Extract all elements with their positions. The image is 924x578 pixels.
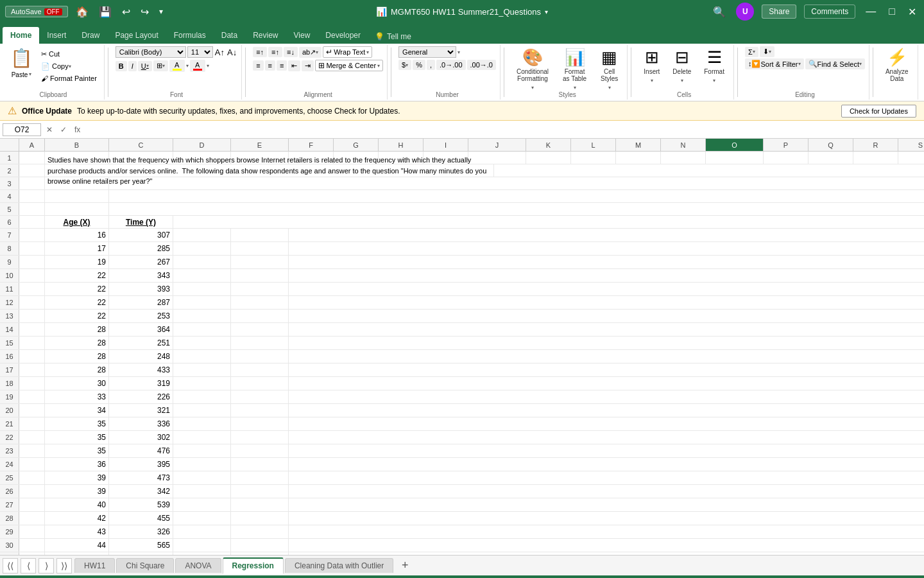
autosum-button[interactable]: Σ▾ (745, 47, 758, 57)
cell-C8[interactable]: 285 (109, 242, 173, 255)
cell-M1[interactable] (616, 152, 661, 164)
cell-C11[interactable]: 393 (109, 283, 173, 295)
col-header-B[interactable]: B (45, 139, 109, 151)
cell-A6[interactable] (19, 216, 45, 229)
cell-B3[interactable] (45, 177, 109, 190)
tab-page-layout[interactable]: Page Layout (107, 27, 166, 44)
cell-D14[interactable] (173, 323, 231, 336)
cell-C16[interactable]: 248 (109, 350, 173, 363)
sheet-tab-cleaning[interactable]: Cleaning Data with Outlier (285, 558, 393, 573)
cell-A21[interactable] (19, 417, 45, 430)
col-header-A[interactable]: A (19, 139, 45, 151)
decrease-font-button[interactable]: A↓ (227, 47, 237, 58)
cell-K1[interactable] (526, 152, 571, 164)
cell-B26[interactable]: 39 (45, 485, 109, 498)
col-header-M[interactable]: M (616, 139, 661, 151)
cell-A15[interactable] (19, 337, 45, 349)
align-top-left-button[interactable]: ≡↑ (253, 47, 267, 57)
merge-center-button[interactable]: ⊞ Merge & Center ▾ (315, 60, 383, 71)
cell-B16[interactable]: 28 (45, 350, 109, 363)
autosave-button[interactable]: AutoSave OFF (5, 6, 68, 17)
cell-E31[interactable] (231, 552, 289, 555)
italic-button[interactable]: I (128, 61, 137, 71)
cell-styles-button[interactable]: ▦ CellStyles ▾ (595, 46, 623, 93)
cell-E10[interactable] (231, 269, 289, 282)
cell-E22[interactable] (231, 431, 289, 444)
cell-C15[interactable]: 251 (109, 337, 173, 349)
cell-B2[interactable]: Studies have shown that the frequency wi… (45, 164, 494, 177)
format-as-table-button[interactable]: 📊 Formatas Table ▾ (558, 46, 592, 93)
cell-B25[interactable]: 39 (45, 471, 109, 484)
tab-formulas[interactable]: Formulas (166, 27, 214, 44)
confirm-formula-button[interactable]: ✓ (58, 124, 69, 136)
col-header-N[interactable]: N (661, 139, 706, 151)
row-number[interactable]: 29 (0, 525, 19, 538)
paste-dropdown-arrow[interactable]: ▾ (29, 71, 31, 78)
format-table-arrow[interactable]: ▾ (574, 85, 576, 91)
cell-B15[interactable]: 28 (45, 337, 109, 349)
cell-D27[interactable] (173, 498, 231, 511)
tab-developer[interactable]: Developer (318, 27, 368, 44)
row-number[interactable]: 18 (0, 377, 19, 390)
tell-me-box[interactable]: 💡 Tell me (368, 30, 418, 44)
increase-decimal-button[interactable]: .0→.00 (436, 60, 465, 70)
cell-A30[interactable] (19, 539, 45, 552)
row-number[interactable]: 11 (0, 283, 19, 295)
cell-B8[interactable]: 17 (45, 242, 109, 255)
cell-D28[interactable] (173, 512, 231, 525)
cell-E14[interactable] (231, 323, 289, 336)
sort-filter-arrow[interactable]: ▾ (798, 61, 801, 67)
cell-A20[interactable] (19, 404, 45, 417)
percent-button[interactable]: % (413, 60, 425, 70)
cell-C29[interactable]: 326 (109, 525, 173, 538)
find-select-button[interactable]: 🔍 Find & Select ▾ (805, 58, 865, 69)
row-number[interactable]: 31 (0, 552, 19, 555)
cell-B19[interactable]: 33 (45, 390, 109, 403)
restore-icon[interactable]: □ (886, 4, 898, 19)
conditional-formatting-button[interactable]: 🎨 ConditionalFormatting ▾ (511, 46, 554, 93)
cell-A31[interactable] (19, 552, 45, 555)
cell-S1[interactable] (898, 152, 924, 164)
cell-E21[interactable] (231, 417, 289, 430)
cell-A10[interactable] (19, 269, 45, 282)
cell-A1[interactable] (19, 152, 45, 164)
cell-E11[interactable] (231, 283, 289, 295)
cell-N1[interactable] (661, 152, 706, 164)
sheet-nav-next[interactable]: ⟩ (38, 558, 54, 574)
cell-L1[interactable] (571, 152, 616, 164)
cell-D8[interactable] (173, 242, 231, 255)
cell-C9[interactable]: 267 (109, 256, 173, 268)
search-icon[interactable]: 🔍 (710, 4, 728, 19)
sheet-nav-prev[interactable]: ⟨ (21, 558, 36, 574)
cell-A29[interactable] (19, 525, 45, 538)
cell-C10[interactable]: 343 (109, 269, 173, 282)
customize-icon[interactable]: ▾ (157, 6, 166, 17)
cell-D24[interactable] (173, 458, 231, 471)
col-header-R[interactable]: R (853, 139, 898, 151)
cell-A14[interactable] (19, 323, 45, 336)
col-header-D[interactable]: D (173, 139, 231, 151)
analyze-data-button[interactable]: ⚡ AnalyzeData (880, 46, 914, 85)
cell-B11[interactable]: 22 (45, 283, 109, 295)
cell-E28[interactable] (231, 512, 289, 525)
row-number[interactable]: 27 (0, 498, 19, 511)
col-header-K[interactable]: K (526, 139, 571, 151)
cell-A3[interactable] (19, 177, 45, 190)
fill-button[interactable]: ⬇▾ (760, 46, 774, 57)
cell-B21[interactable]: 35 (45, 417, 109, 430)
align-top-center-button[interactable]: ≡↑ (268, 47, 282, 57)
cell-A9[interactable] (19, 256, 45, 268)
comments-button[interactable]: Comments (804, 4, 855, 19)
cell-B4[interactable] (45, 190, 109, 203)
cell-A18[interactable] (19, 377, 45, 390)
tab-review[interactable]: Review (245, 27, 286, 44)
cell-E16[interactable] (231, 350, 289, 363)
cell-C6[interactable]: Time (Y) (109, 216, 173, 229)
row-number[interactable]: 7 (0, 229, 19, 241)
add-sheet-button[interactable]: + (397, 558, 413, 574)
cell-B5[interactable] (45, 203, 109, 216)
delete-cells-arrow[interactable]: ▾ (681, 78, 683, 83)
font-size-select[interactable]: 11 (187, 46, 213, 58)
row-number[interactable]: 13 (0, 310, 19, 322)
cell-E9[interactable] (231, 256, 289, 268)
